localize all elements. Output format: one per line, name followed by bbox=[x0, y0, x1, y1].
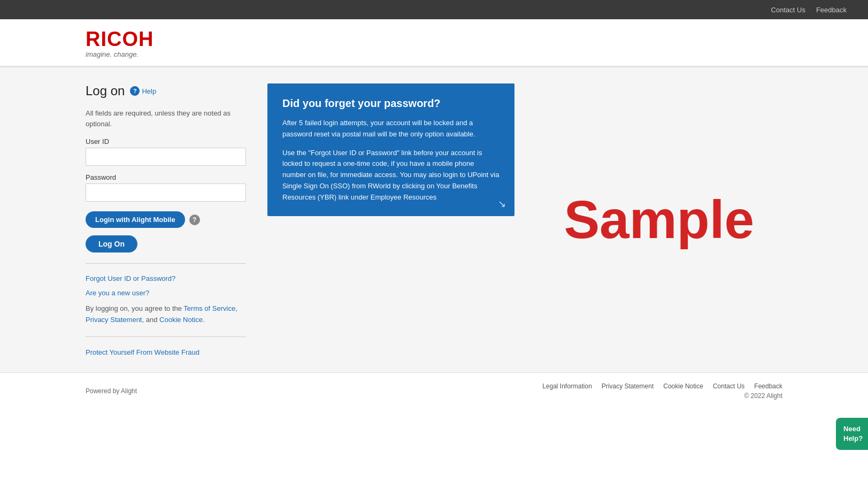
top-bar: Contact Us Feedback bbox=[0, 0, 868, 19]
login-panel: Log on ? Help All fields are required, u… bbox=[86, 83, 246, 356]
logon-button[interactable]: Log On bbox=[86, 235, 137, 253]
info-box: Did you forget your password? After 5 fa… bbox=[267, 83, 514, 216]
header: RICOH imagine. change. bbox=[0, 19, 868, 67]
powered-by: Powered by Alight bbox=[86, 387, 137, 395]
terms-text-3: , and bbox=[142, 316, 160, 324]
footer-privacy[interactable]: Privacy Statement bbox=[602, 382, 654, 390]
terms-text-4: . bbox=[203, 316, 205, 324]
info-box-title: Did you forget your password? bbox=[282, 96, 500, 110]
privacy-statement-link[interactable]: Privacy Statement bbox=[86, 316, 142, 324]
alight-mobile-button[interactable]: Login with Alight Mobile bbox=[86, 211, 185, 228]
cookie-notice-link[interactable]: Cookie Notice bbox=[159, 316, 203, 324]
footer-contact-us[interactable]: Contact Us bbox=[713, 382, 744, 390]
protect-fraud-link[interactable]: Protect Yourself From Website Fraud bbox=[86, 348, 199, 356]
sample-watermark: Sample bbox=[564, 189, 754, 250]
terms-of-service-link[interactable]: Terms of Service bbox=[183, 304, 235, 312]
footer-cookie[interactable]: Cookie Notice bbox=[663, 382, 703, 390]
help-label: Help bbox=[142, 87, 156, 95]
help-link[interactable]: ? Help bbox=[130, 86, 156, 96]
divider-1 bbox=[86, 263, 246, 264]
footer-legal-info[interactable]: Legal Information bbox=[542, 382, 592, 390]
footer-feedback[interactable]: Feedback bbox=[754, 382, 782, 390]
ricoh-logo: RICOH bbox=[86, 29, 847, 49]
help-icon: ? bbox=[130, 86, 140, 96]
topbar-contact-us[interactable]: Contact Us bbox=[771, 6, 805, 14]
info-panel: Did you forget your password? After 5 fa… bbox=[267, 83, 514, 356]
topbar-feedback[interactable]: Feedback bbox=[816, 6, 847, 14]
footer-links: Legal Information Privacy Statement Cook… bbox=[542, 382, 782, 390]
password-group: Password bbox=[86, 173, 246, 202]
copyright: © 2022 Alight bbox=[542, 392, 782, 400]
user-id-label: User ID bbox=[86, 137, 246, 146]
password-label: Password bbox=[86, 173, 246, 181]
info-box-paragraph1: After 5 failed login attempts, your acco… bbox=[282, 118, 500, 140]
logo-tagline: imagine. change. bbox=[86, 50, 847, 58]
user-id-group: User ID bbox=[86, 137, 246, 166]
fields-note: All fields are required, unless they are… bbox=[86, 108, 246, 129]
main-content: Log on ? Help All fields are required, u… bbox=[0, 67, 868, 372]
user-id-input[interactable] bbox=[86, 148, 246, 166]
new-user-link[interactable]: Are you a new user? bbox=[86, 289, 246, 297]
terms-text: By logging on, you agree to the Terms of… bbox=[86, 303, 246, 326]
sample-area: Sample bbox=[536, 83, 783, 356]
forgot-link[interactable]: Forgot User ID or Password? bbox=[86, 274, 246, 282]
footer-right: Legal Information Privacy Statement Cook… bbox=[542, 382, 782, 400]
info-box-paragraph2: Use the "Forgot User ID or Password" lin… bbox=[282, 148, 500, 203]
logon-title: Log on bbox=[86, 83, 125, 98]
expand-arrow-icon[interactable]: ↘ bbox=[498, 198, 506, 210]
footer: Powered by Alight Legal Information Priv… bbox=[0, 372, 868, 409]
logon-title-row: Log on ? Help bbox=[86, 83, 246, 98]
terms-text-2: , bbox=[235, 304, 237, 312]
terms-text-1: By logging on, you agree to the bbox=[86, 304, 183, 312]
divider-2 bbox=[86, 336, 246, 337]
password-input[interactable] bbox=[86, 183, 246, 202]
alight-mobile-row: Login with Alight Mobile ? bbox=[86, 211, 246, 228]
alight-mobile-help-icon[interactable]: ? bbox=[189, 215, 200, 225]
